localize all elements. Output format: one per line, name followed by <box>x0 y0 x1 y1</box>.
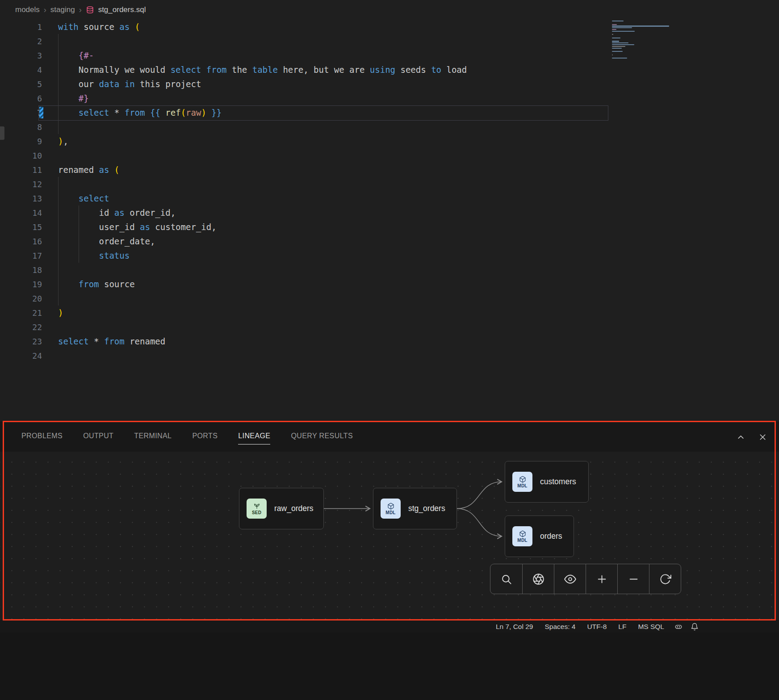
line-number: 17 <box>0 251 42 260</box>
minimap-line <box>612 44 634 45</box>
breadcrumb-staging[interactable]: staging <box>50 5 75 14</box>
lineage-node-raw_orders[interactable]: SEDraw_orders <box>239 488 324 529</box>
zoom-out-button[interactable] <box>617 564 649 594</box>
code-line-22[interactable]: 22 <box>0 320 779 334</box>
code-line-12[interactable]: 12 <box>0 177 779 191</box>
code-line-9[interactable]: 9), <box>0 134 779 148</box>
breadcrumb-file-name[interactable]: stg_orders.sql <box>98 5 146 14</box>
model-icon: MDL <box>512 472 532 492</box>
left-edge-handle[interactable] <box>0 126 4 140</box>
close-panel-button[interactable] <box>758 432 767 442</box>
code-line-11[interactable]: 11renamed as ( <box>0 163 779 177</box>
code-line-8[interactable]: 8 <box>0 120 779 134</box>
status-ln-7-col-29[interactable]: Ln 7, Col 29 <box>490 623 539 631</box>
zoom-in-icon <box>596 573 608 585</box>
minimap-line <box>612 21 624 21</box>
aperture-button[interactable] <box>522 564 554 594</box>
code-line-21[interactable]: 21) <box>0 306 779 320</box>
gutter-stage-marker[interactable] <box>39 107 43 118</box>
minimap[interactable] <box>612 20 683 61</box>
status-spaces-4[interactable]: Spaces: 4 <box>539 623 581 631</box>
code-line-24[interactable]: 24 <box>0 348 779 363</box>
model-icon: MDL <box>512 526 532 546</box>
line-number: 2 <box>0 37 42 46</box>
line-number: 16 <box>0 237 42 246</box>
panel-header: PROBLEMSOUTPUTTERMINALPORTSLINEAGEQUERY … <box>0 422 779 452</box>
line-number: 19 <box>0 280 42 289</box>
maximize-panel-button[interactable] <box>736 432 745 442</box>
code-text: user_id as customer_id, <box>58 222 779 232</box>
breadcrumb: models › staging › stg_orders.sql <box>0 0 779 20</box>
panel-tab-terminal[interactable]: TERMINAL <box>134 429 172 444</box>
status-items: Ln 7, Col 29Spaces: 4UTF-8LFMS SQL <box>490 623 670 631</box>
code-line-10[interactable]: 10 <box>0 148 779 163</box>
code-line-6[interactable]: 6 #} <box>0 91 779 105</box>
minimap-line <box>612 54 613 55</box>
line-number: 15 <box>0 222 42 232</box>
code-line-7[interactable]: 7 select * from {{ ref(raw) }} <box>0 105 779 120</box>
line-number: 21 <box>0 308 42 318</box>
lineage-node-stg_orders[interactable]: MDLstg_orders <box>373 488 457 529</box>
aperture-icon <box>532 573 544 585</box>
panel-tab-query-results[interactable]: QUERY RESULTS <box>291 429 353 444</box>
minimap-line <box>612 34 613 35</box>
bottom-panel: PROBLEMSOUTPUTTERMINALPORTSLINEAGEQUERY … <box>0 422 779 620</box>
search-button[interactable] <box>490 564 522 594</box>
close-icon <box>758 432 767 442</box>
code-editor[interactable]: 1with source as (23 {#-4 Normally we wou… <box>0 20 779 422</box>
chevron-right-icon: › <box>79 5 82 15</box>
code-line-23[interactable]: 23select * from renamed <box>0 334 779 348</box>
lineage-node-orders[interactable]: MDLorders <box>505 516 574 557</box>
code-line-13[interactable]: 13 select <box>0 191 779 205</box>
code-text: from source <box>58 279 779 289</box>
panel-tab-output[interactable]: OUTPUT <box>83 429 113 444</box>
code-line-17[interactable]: 17 status <box>0 248 779 263</box>
eye-icon <box>564 573 576 585</box>
minimap-line <box>612 48 622 49</box>
eye-button[interactable] <box>554 564 586 594</box>
breadcrumb-models[interactable]: models <box>15 5 40 14</box>
code-line-16[interactable]: 16 order_date, <box>0 234 779 248</box>
line-number: 4 <box>0 65 42 75</box>
line-number: 1 <box>0 22 42 32</box>
code-line-20[interactable]: 20 <box>0 291 779 306</box>
line-number: 9 <box>0 137 42 146</box>
code-text: our data in this project <box>58 79 779 89</box>
zoom-out-icon <box>628 573 640 585</box>
line-number: 23 <box>0 337 42 346</box>
code-line-14[interactable]: 14 id as order_id, <box>0 205 779 220</box>
node-badge: SED <box>252 510 261 515</box>
lineage-canvas[interactable]: SEDraw_ordersMDLstg_ordersMDLcustomersMD… <box>0 452 779 620</box>
code-line-5[interactable]: 5 our data in this project <box>0 77 779 91</box>
code-line-4[interactable]: 4 Normally we would select from the tabl… <box>0 63 779 77</box>
lineage-node-customers[interactable]: MDLcustomers <box>505 461 589 503</box>
code-line-19[interactable]: 19 from source <box>0 277 779 291</box>
code-text: ), <box>58 136 779 146</box>
status-lf[interactable]: LF <box>612 623 632 631</box>
copilot-button[interactable] <box>674 623 683 631</box>
code-lines: 1with source as (23 {#-4 Normally we wou… <box>0 20 779 363</box>
panel-tab-problems[interactable]: PROBLEMS <box>21 429 63 444</box>
refresh-button[interactable] <box>649 564 681 594</box>
panel-tab-lineage[interactable]: LINEAGE <box>238 429 270 444</box>
status-icons <box>670 623 699 631</box>
status-utf-8[interactable]: UTF-8 <box>581 623 612 631</box>
panel-tab-ports[interactable]: PORTS <box>192 429 218 444</box>
zoom-in-button[interactable] <box>586 564 617 594</box>
node-badge: MDL <box>517 483 527 488</box>
copilot-icon <box>674 623 683 631</box>
code-text: status <box>58 251 779 260</box>
status-ms-sql[interactable]: MS SQL <box>632 623 670 631</box>
lineage-edges <box>0 452 779 620</box>
line-number: 8 <box>0 122 42 132</box>
node-badge: MDL <box>517 538 527 543</box>
minimap-line <box>612 27 632 28</box>
lineage-edge-stg_orders-to-orders <box>457 509 502 537</box>
code-text: select * from {{ ref(raw) }} <box>58 108 779 117</box>
code-line-18[interactable]: 18 <box>0 263 779 277</box>
notifications-bell-button[interactable] <box>691 623 699 631</box>
code-line-15[interactable]: 15 user_id as customer_id, <box>0 220 779 234</box>
search-icon <box>500 573 512 585</box>
node-label: raw_orders <box>274 504 314 513</box>
code-text: order_date, <box>58 236 779 246</box>
